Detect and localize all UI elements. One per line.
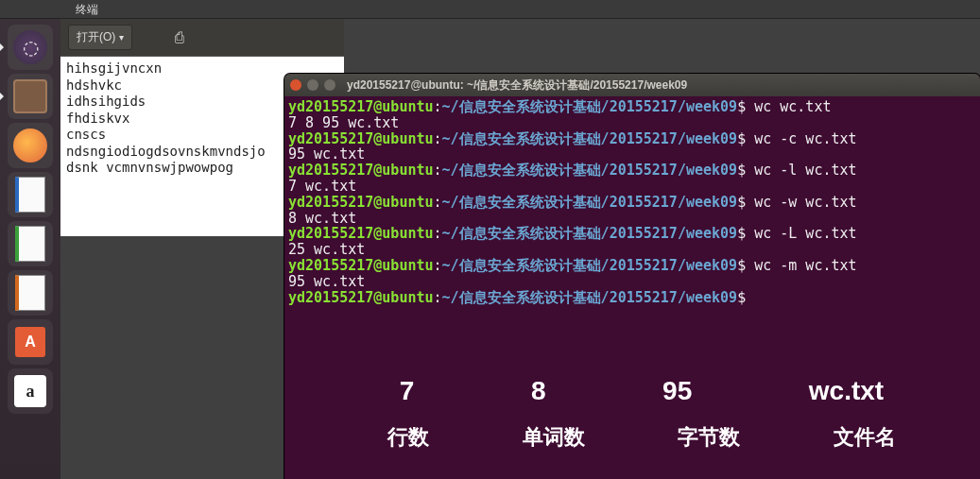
terminal-line: yd20155217@ubuntu:~/信息安全系统设计基础/20155217/…	[288, 163, 976, 179]
terminal-line: yd20155217@ubuntu:~/信息安全系统设计基础/20155217/…	[288, 258, 976, 274]
app-titlebar: 终端	[0, 0, 980, 19]
spreadsheet-icon	[15, 226, 45, 262]
terminal-line: yd20155217@ubuntu:~/信息安全系统设计基础/20155217/…	[288, 99, 976, 115]
gedit-toolbar: 打开(O) ▾ ⎙	[60, 19, 344, 57]
prompt-dollar: $	[737, 130, 754, 147]
prompt-path: ~/信息安全系统设计基础/20155217/week09	[442, 289, 738, 306]
launcher-item-files[interactable]	[8, 74, 53, 119]
overlay-value-lines: 7	[400, 376, 415, 406]
launcher-item-writer[interactable]	[8, 172, 53, 217]
document-icon	[15, 177, 45, 213]
launcher-item-calc[interactable]	[8, 221, 53, 266]
launcher-item-software[interactable]	[8, 319, 53, 365]
prompt-user: yd20155217@ubuntu	[288, 257, 434, 274]
launcher-item-amazon[interactable]: a	[8, 368, 53, 414]
prompt-colon: :	[434, 225, 442, 242]
terminal-line: yd20155217@ubuntu:~/信息安全系统设计基础/20155217/…	[288, 290, 976, 306]
prompt-colon: :	[434, 162, 442, 179]
firefox-icon	[13, 128, 47, 163]
terminal-line: yd20155217@ubuntu:~/信息安全系统设计基础/20155217/…	[288, 226, 976, 242]
prompt-colon: :	[434, 257, 442, 274]
close-button[interactable]	[290, 79, 301, 91]
prompt-dollar: $	[737, 194, 754, 211]
command-text: wc -m wc.txt	[754, 257, 856, 274]
prompt-user: yd20155217@ubuntu	[288, 130, 434, 147]
prompt-dollar: $	[737, 225, 754, 242]
command-output: 8 wc.txt	[288, 211, 976, 227]
ubuntu-icon: ◌	[13, 30, 47, 64]
maximize-button[interactable]	[324, 79, 335, 91]
command-output: 7 wc.txt	[288, 179, 976, 195]
prompt-path: ~/信息安全系统设计基础/20155217/week09	[442, 225, 738, 242]
overlay-value-words: 8	[531, 376, 546, 406]
amazon-icon: a	[14, 375, 46, 407]
prompt-user: yd20155217@ubuntu	[288, 162, 434, 179]
prompt-path: ~/信息安全系统设计基础/20155217/week09	[442, 194, 738, 211]
command-text: wc wc.txt	[754, 98, 831, 115]
terminal-line: yd20155217@ubuntu:~/信息安全系统设计基础/20155217/…	[288, 195, 976, 211]
command-text: wc -L wc.txt	[754, 225, 856, 242]
prompt-colon: :	[434, 194, 442, 211]
files-icon	[13, 79, 47, 113]
launcher-item-firefox[interactable]	[8, 123, 53, 168]
prompt-user: yd20155217@ubuntu	[288, 98, 434, 115]
launcher-item-impress[interactable]	[8, 270, 53, 316]
prompt-user: yd20155217@ubuntu	[288, 289, 434, 306]
prompt-path: ~/信息安全系统设计基础/20155217/week09	[442, 98, 738, 115]
terminal-window: yd20155217@ubuntu: ~/信息安全系统设计基础/20155217…	[284, 74, 980, 479]
prompt-colon: :	[434, 130, 442, 147]
open-button-label: 打开(O)	[77, 29, 115, 45]
terminal-titlebar[interactable]: yd20155217@ubuntu: ~/信息安全系统设计基础/20155217…	[284, 74, 980, 96]
overlay-labels-row: 行数 单词数 字节数 文件名	[341, 423, 942, 452]
prompt-path: ~/信息安全系统设计基础/20155217/week09	[442, 257, 738, 274]
command-text: wc -w wc.txt	[754, 194, 856, 211]
wc-overlay: 7 8 95 wc.txt 行数 单词数 字节数 文件名	[341, 376, 942, 452]
terminal-line: yd20155217@ubuntu:~/信息安全系统设计基础/20155217/…	[288, 131, 976, 147]
command-output: 95 wc.txt	[288, 146, 976, 163]
new-tab-button[interactable]: ⎙	[168, 26, 191, 49]
prompt-dollar: $	[737, 162, 754, 179]
prompt-colon: :	[434, 289, 442, 306]
prompt-dollar: $	[737, 98, 754, 115]
overlay-values-row: 7 8 95 wc.txt	[341, 376, 942, 406]
presentation-icon	[15, 275, 45, 311]
prompt-user: yd20155217@ubuntu	[288, 225, 434, 242]
overlay-value-bytes: 95	[662, 376, 692, 406]
overlay-label-lines: 行数	[387, 423, 429, 452]
chevron-down-icon: ▾	[119, 32, 124, 43]
prompt-path: ~/信息安全系统设计基础/20155217/week09	[442, 130, 738, 147]
overlay-label-words: 单词数	[523, 423, 585, 452]
launcher-item-dash[interactable]: ◌	[8, 25, 53, 70]
terminal-body[interactable]: yd20155217@ubuntu:~/信息安全系统设计基础/20155217/…	[284, 96, 980, 308]
overlay-value-filename: wc.txt	[809, 376, 884, 406]
terminal-title: yd20155217@ubuntu: ~/信息安全系统设计基础/20155217…	[347, 77, 687, 94]
command-text: wc -c wc.txt	[754, 130, 856, 147]
command-output: 25 wc.txt	[288, 242, 976, 258]
command-output: 95 wc.txt	[288, 274, 976, 290]
app-title: 终端	[76, 3, 98, 16]
command-text: wc -l wc.txt	[754, 162, 856, 179]
open-button[interactable]: 打开(O) ▾	[68, 25, 132, 50]
minimize-button[interactable]	[307, 79, 318, 91]
prompt-user: yd20155217@ubuntu	[288, 194, 434, 211]
workspace: 打开(O) ▾ ⎙ hihsgijvncxn hdshvkc idhsihgid…	[60, 19, 980, 479]
software-center-icon	[15, 327, 45, 357]
prompt-colon: :	[434, 98, 442, 115]
prompt-dollar: $	[737, 257, 754, 274]
overlay-label-filename: 文件名	[834, 423, 896, 452]
new-tab-icon: ⎙	[175, 29, 184, 46]
command-output: 7 8 95 wc.txt	[288, 115, 976, 131]
launcher-bar: ◌ a	[0, 19, 60, 479]
overlay-label-bytes: 字节数	[678, 423, 740, 452]
prompt-path: ~/信息安全系统设计基础/20155217/week09	[442, 162, 738, 179]
prompt-dollar: $	[737, 289, 746, 306]
